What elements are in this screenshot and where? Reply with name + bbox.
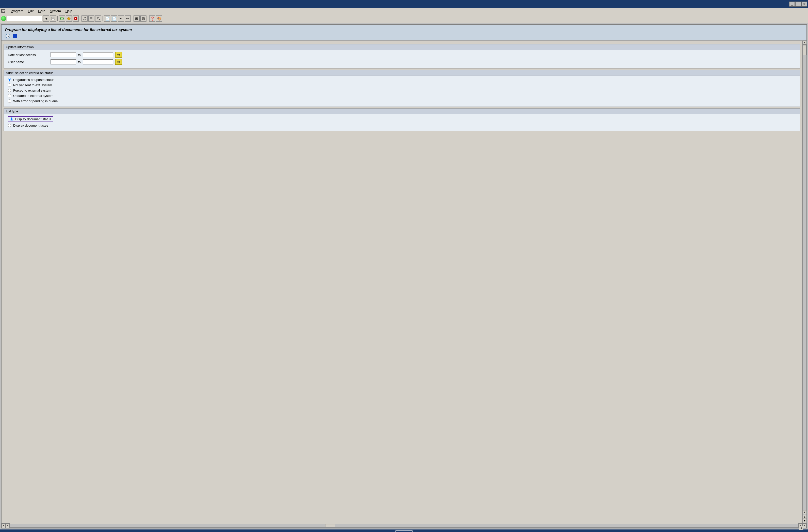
info-icon[interactable]: i (12, 33, 18, 39)
scroll-thumb[interactable] (803, 45, 807, 55)
scroll-page-down-button[interactable]: ▼ (803, 519, 807, 523)
undo-btn[interactable]: ↩ (125, 16, 131, 22)
scroll-track[interactable] (803, 45, 807, 510)
radio-updated-label[interactable]: Updated to external system (13, 94, 53, 98)
sep3 (103, 16, 103, 21)
radio-error-label[interactable]: With error or pending in queue (13, 99, 58, 103)
menu-system[interactable]: System (48, 8, 63, 14)
main-window: Program for displaying a list of documen… (1, 24, 807, 529)
radio-not-sent-input[interactable] (8, 83, 11, 87)
date-last-access-label: Date of last access (8, 53, 49, 57)
sep4 (132, 16, 132, 21)
scroll-page-up-button[interactable]: ▲ (803, 515, 807, 519)
radio-error[interactable]: With error or pending in queue (8, 99, 796, 103)
radio-display-taxes-label[interactable]: Display document taxes (13, 124, 48, 127)
title-bar: _ ❐ ✕ (0, 0, 808, 8)
bottom-scrollbar: ◄ ◄ ► ► (1, 523, 807, 528)
scroll-down-button[interactable]: ▼ (803, 510, 807, 514)
program-title-area: Program for displaying a list of documen… (1, 25, 807, 41)
radio-display-taxes[interactable]: Display document taxes (8, 124, 796, 127)
radio-forced[interactable]: Forced to external system (8, 89, 796, 92)
date-arrow-button[interactable]: ⇒ (115, 52, 122, 58)
select-btn[interactable]: ⊞ (133, 16, 140, 22)
sap-footer: SAP ◄ (0, 530, 808, 532)
home-btn[interactable] (66, 16, 72, 22)
save-btn[interactable] (50, 16, 56, 22)
update-info-body: Date of last access to ⇒ User name to ⇒ (4, 50, 800, 68)
svg-rect-4 (52, 19, 54, 20)
app-icon (1, 9, 6, 14)
sep5 (148, 16, 148, 21)
radio-not-sent[interactable]: Not yet sent to ext. system (8, 83, 796, 87)
menu-goto[interactable]: Goto (36, 8, 47, 14)
date-from-input[interactable] (51, 52, 76, 57)
svg-rect-14 (97, 19, 98, 19)
radio-regardless-label[interactable]: Regardless of update status (13, 78, 54, 82)
copy-btn[interactable]: 📄 (104, 16, 110, 22)
scroll-h-track[interactable] (10, 524, 798, 528)
additional-criteria-header: Addit. selection criteria on status (4, 70, 800, 76)
svg-rect-12 (97, 17, 99, 18)
window-controls: _ ❐ ✕ (789, 1, 807, 6)
program-icons: i (5, 33, 803, 39)
minimize-button[interactable]: _ (789, 1, 795, 6)
list-type-section: List type Display document status Displa… (3, 108, 801, 131)
customize-btn[interactable]: 🎨 (156, 16, 162, 22)
user-arrow-button[interactable]: ⇒ (115, 59, 122, 65)
program-title: Program for displaying a list of documen… (5, 27, 803, 32)
radio-regardless[interactable]: Regardless of update status (8, 78, 796, 82)
scroll-left2-button[interactable]: ◄ (5, 524, 10, 528)
clock-icon[interactable] (5, 33, 11, 39)
radio-updated-input[interactable] (8, 94, 11, 97)
print-btn[interactable]: 🖨 (81, 16, 88, 22)
execute-icon[interactable] (1, 16, 6, 21)
paste-btn[interactable]: 📄 (111, 16, 117, 22)
list-type-body: Display document status Display document… (4, 114, 800, 131)
scroll-h-thumb[interactable] (325, 524, 335, 527)
scroll-left-button[interactable]: ◄ (1, 524, 5, 528)
sep1 (57, 16, 58, 21)
update-info-header: Update information (4, 44, 800, 50)
help-btn[interactable]: ❓ (149, 16, 155, 22)
user-to-input[interactable] (83, 59, 113, 64)
user-name-label: User name (8, 60, 49, 64)
refresh-btn[interactable] (59, 16, 65, 22)
to-label-1: to (78, 53, 81, 57)
restore-button[interactable]: ❐ (795, 1, 801, 6)
radio-updated[interactable]: Updated to external system (8, 94, 796, 98)
find-btn[interactable] (88, 16, 94, 22)
radio-display-status[interactable]: Display document status (8, 116, 796, 122)
find-next-btn[interactable] (95, 16, 101, 22)
radio-regardless-input[interactable] (8, 78, 11, 81)
radio-display-status-label[interactable]: Display document status (15, 117, 51, 121)
user-from-input[interactable] (51, 59, 76, 64)
update-info-section: Update information Date of last access t… (3, 44, 801, 69)
cut-btn[interactable]: ✂ (118, 16, 124, 22)
deselect-btn[interactable]: ⊟ (140, 16, 146, 22)
svg-rect-13 (97, 18, 99, 18)
menu-edit[interactable]: Edit (26, 8, 36, 14)
menu-help[interactable]: Help (63, 8, 74, 14)
svg-rect-3 (52, 17, 54, 18)
status-icon[interactable]: ◄ (799, 526, 803, 530)
command-input[interactable] (7, 16, 42, 21)
radio-forced-input[interactable] (8, 89, 11, 92)
date-to-input[interactable] (83, 52, 113, 57)
back-btn[interactable]: ◄ (43, 16, 49, 22)
radio-display-status-input[interactable] (10, 117, 13, 121)
radio-error-input[interactable] (8, 99, 11, 103)
content-area: Update information Date of last access t… (1, 41, 807, 523)
menu-bar: Program Edit Goto System Help (0, 8, 808, 14)
scroll-up-button[interactable]: ▲ (803, 41, 807, 45)
to-label-2: to (78, 60, 81, 64)
stop-btn[interactable] (73, 16, 79, 22)
menu-program[interactable]: Program (8, 8, 25, 14)
radio-display-taxes-input[interactable] (8, 124, 11, 127)
radio-not-sent-label[interactable]: Not yet sent to ext. system (13, 83, 52, 87)
radio-forced-label[interactable]: Forced to external system (13, 89, 51, 92)
date-last-access-row: Date of last access to ⇒ (8, 52, 796, 58)
display-status-highlight: Display document status (8, 116, 53, 122)
scroll-right2-button[interactable]: ► (803, 524, 807, 528)
svg-rect-11 (90, 19, 92, 19)
close-button[interactable]: ✕ (802, 1, 807, 6)
